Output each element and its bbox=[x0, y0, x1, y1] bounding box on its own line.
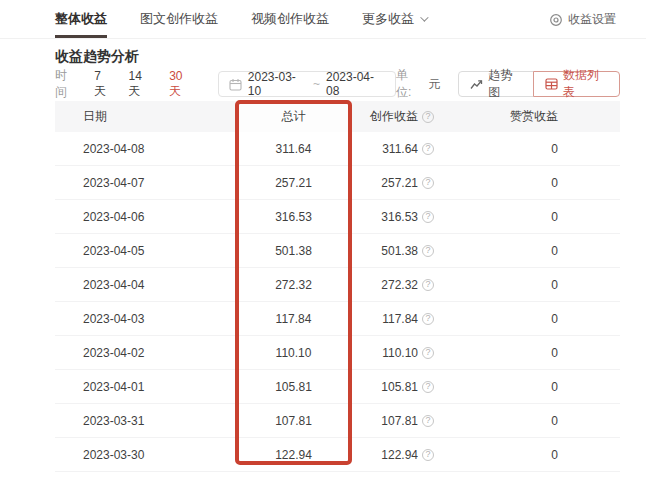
cell-creation-value: 501.38 bbox=[381, 244, 418, 258]
col-header-total: 总计 bbox=[237, 101, 350, 132]
cell-creation-value: 272.32 bbox=[381, 278, 418, 292]
table-header-row: 日期 总计 创作收益 ? 赞赏收益 bbox=[55, 101, 620, 132]
cell-date: 2023-04-01 bbox=[55, 370, 237, 403]
cell-reward: 0 bbox=[470, 336, 620, 369]
unit-label: 单位: bbox=[396, 67, 422, 101]
trend-chart-button[interactable]: 趋势图 bbox=[458, 71, 534, 97]
col-header-creation-label: 创作收益 bbox=[370, 108, 418, 125]
cell-creation: 316.53 ? bbox=[350, 200, 470, 233]
cell-reward: 0 bbox=[470, 234, 620, 267]
table-row: 2023-04-07 257.21 257.21 ? 0 bbox=[55, 166, 620, 200]
table-row: 2023-04-08 311.64 311.64 ? 0 bbox=[55, 132, 620, 166]
cell-total: 316.53 bbox=[237, 200, 350, 233]
tab-more-earnings-label: 更多收益 bbox=[362, 10, 414, 28]
col-header-reward: 赞赏收益 bbox=[470, 101, 620, 132]
info-icon[interactable]: ? bbox=[422, 347, 434, 359]
info-icon[interactable]: ? bbox=[422, 245, 434, 257]
cell-creation: 272.32 ? bbox=[350, 268, 470, 301]
info-icon[interactable]: ? bbox=[422, 415, 434, 427]
filter-right-group: 单位: 元 趋势图 bbox=[396, 67, 620, 101]
chevron-down-icon bbox=[420, 13, 428, 21]
settings-gear-icon bbox=[549, 13, 563, 27]
cell-creation: 501.38 ? bbox=[350, 234, 470, 267]
cell-creation-value: 122.94 bbox=[381, 448, 418, 462]
cell-reward: 0 bbox=[470, 302, 620, 335]
cell-creation-value: 105.81 bbox=[381, 380, 418, 394]
cell-creation: 107.81 ? bbox=[350, 404, 470, 437]
cell-creation-value: 110.10 bbox=[382, 346, 418, 360]
help-icon[interactable]: ? bbox=[422, 111, 434, 123]
date-range-picker[interactable]: 2023-03-10 ~ 2023-04-08 bbox=[218, 71, 396, 97]
cell-total: 105.81 bbox=[237, 370, 350, 403]
cell-creation-value: 107.81 bbox=[381, 414, 418, 428]
info-icon[interactable]: ? bbox=[422, 313, 434, 325]
info-icon[interactable]: ? bbox=[422, 449, 434, 461]
cell-total: 107.81 bbox=[237, 404, 350, 437]
cell-date: 2023-04-04 bbox=[55, 268, 237, 301]
cell-reward: 0 bbox=[470, 438, 620, 471]
date-range-end: 2023-04-08 bbox=[326, 70, 385, 98]
info-icon[interactable]: ? bbox=[422, 381, 434, 393]
cell-creation: 122.94 ? bbox=[350, 438, 470, 471]
page-title: 收益趋势分析 bbox=[55, 48, 620, 65]
data-list-icon bbox=[545, 78, 558, 90]
tab-article-earnings[interactable]: 图文创作收益 bbox=[140, 0, 218, 38]
table-row: 2023-04-05 501.38 501.38 ? 0 bbox=[55, 234, 620, 268]
data-list-button[interactable]: 数据列表 bbox=[533, 71, 620, 97]
cell-date: 2023-04-07 bbox=[55, 166, 237, 199]
info-icon[interactable]: ? bbox=[422, 279, 434, 291]
table-row: 2023-04-03 117.84 117.84 ? 0 bbox=[55, 302, 620, 336]
unit-value: 元 bbox=[428, 76, 440, 93]
earnings-table: 日期 总计 创作收益 ? 赞赏收益 2023-04-08 311.64 311.… bbox=[55, 101, 620, 472]
cell-reward: 0 bbox=[470, 132, 620, 165]
col-header-creation: 创作收益 ? bbox=[350, 101, 470, 132]
time-filter-label: 时间 bbox=[55, 67, 78, 101]
cell-creation-value: 316.53 bbox=[381, 210, 418, 224]
cell-total: 122.94 bbox=[237, 438, 350, 471]
cell-creation: 117.84 ? bbox=[350, 302, 470, 335]
cell-reward: 0 bbox=[470, 166, 620, 199]
range-14-days[interactable]: 14天 bbox=[129, 69, 154, 100]
cell-reward: 0 bbox=[470, 200, 620, 233]
settings-label: 收益设置 bbox=[568, 11, 616, 28]
range-30-days[interactable]: 30天 bbox=[169, 69, 194, 100]
cell-creation-value: 257.21 bbox=[381, 176, 418, 190]
cell-creation: 257.21 ? bbox=[350, 166, 470, 199]
cell-date: 2023-03-31 bbox=[55, 404, 237, 437]
table-row: 2023-03-31 107.81 107.81 ? 0 bbox=[55, 404, 620, 438]
earnings-settings-button[interactable]: 收益设置 bbox=[549, 0, 616, 39]
cell-date: 2023-04-03 bbox=[55, 302, 237, 335]
cell-creation: 110.10 ? bbox=[350, 336, 470, 369]
col-header-date: 日期 bbox=[55, 101, 237, 132]
cell-total: 501.38 bbox=[237, 234, 350, 267]
table-row: 2023-04-02 110.10 110.10 ? 0 bbox=[55, 336, 620, 370]
cell-date: 2023-04-02 bbox=[55, 336, 237, 369]
cell-total: 311.64 bbox=[237, 132, 350, 165]
data-list-button-label: 数据列表 bbox=[563, 67, 608, 101]
trend-chart-icon bbox=[470, 79, 483, 90]
main-content: 收益趋势分析 时间 7天 14天 30天 2023-03-10 ~ 2023-0… bbox=[0, 48, 646, 472]
table-row: 2023-04-04 272.32 272.32 ? 0 bbox=[55, 268, 620, 302]
range-7-days[interactable]: 7天 bbox=[94, 69, 112, 100]
cell-date: 2023-04-05 bbox=[55, 234, 237, 267]
cell-reward: 0 bbox=[470, 370, 620, 403]
info-icon[interactable]: ? bbox=[422, 177, 434, 189]
cell-creation-value: 117.84 bbox=[382, 312, 418, 326]
filter-bar: 时间 7天 14天 30天 2023-03-10 ~ 2023-04-08 单位… bbox=[55, 71, 620, 97]
top-nav: 整体收益 图文创作收益 视频创作收益 更多收益 收益设置 bbox=[0, 0, 646, 39]
cell-creation-value: 311.64 bbox=[382, 142, 418, 156]
cell-creation: 105.81 ? bbox=[350, 370, 470, 403]
cell-total: 257.21 bbox=[237, 166, 350, 199]
info-icon[interactable]: ? bbox=[422, 211, 434, 223]
date-range-start: 2023-03-10 bbox=[248, 70, 307, 98]
cell-date: 2023-04-06 bbox=[55, 200, 237, 233]
tab-video-earnings[interactable]: 视频创作收益 bbox=[251, 0, 329, 38]
calendar-icon bbox=[229, 78, 242, 91]
cell-date: 2023-04-08 bbox=[55, 132, 237, 165]
tab-more-earnings[interactable]: 更多收益 bbox=[362, 0, 426, 38]
info-icon[interactable]: ? bbox=[422, 143, 434, 155]
table-row: 2023-04-01 105.81 105.81 ? 0 bbox=[55, 370, 620, 404]
date-range-separator: ~ bbox=[313, 77, 320, 91]
tab-overall-earnings[interactable]: 整体收益 bbox=[55, 0, 107, 38]
cell-reward: 0 bbox=[470, 268, 620, 301]
